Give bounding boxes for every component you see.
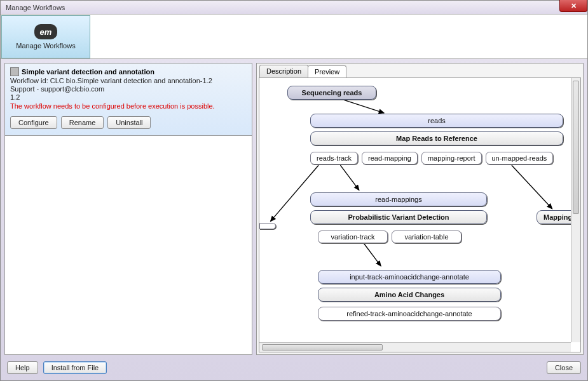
- workflow-icon: em: [34, 24, 57, 39]
- close-icon: ✕: [571, 2, 577, 10]
- vertical-scrollbar[interactable]: [571, 78, 580, 342]
- scrollbar-thumb[interactable]: [262, 344, 383, 351]
- rename-button[interactable]: Rename: [61, 116, 104, 129]
- node-sequencing-reads[interactable]: Sequencing reads: [287, 86, 376, 100]
- close-button[interactable]: Close: [547, 361, 581, 374]
- port-reads-track[interactable]: reads-track: [310, 152, 358, 164]
- diagram-canvas[interactable]: Sequencing reads reads Map Reads to Refe…: [259, 78, 571, 342]
- node-left-partial[interactable]: [259, 223, 276, 229]
- port-unmapped-reads[interactable]: un-mapped-reads: [486, 152, 554, 164]
- node-mapping-side[interactable]: Mapping: [537, 210, 571, 224]
- workflow-card[interactable]: Simple variant detection and annotation …: [5, 64, 252, 136]
- dialog-footer: Help Install from File Close: [1, 355, 587, 380]
- port-variation-track[interactable]: variation-track: [318, 231, 388, 243]
- svg-line-4: [362, 241, 381, 266]
- workflow-id: Workflow id: CLC bio.Simple variant dete…: [10, 77, 247, 84]
- workflow-version: 1.2: [10, 93, 247, 101]
- window-title: Manage Workflows: [6, 4, 65, 11]
- port-mapping-report[interactable]: mapping-report: [421, 152, 482, 164]
- tool-label: Manage Workflows: [16, 42, 75, 50]
- workflow-list-panel: Simple variant detection and annotation …: [4, 63, 252, 355]
- svg-line-1: [340, 165, 359, 190]
- install-from-file-button[interactable]: Install from File: [43, 361, 107, 374]
- horizontal-scrollbar[interactable]: [259, 342, 571, 352]
- workflow-title: Simple variant detection and annotation: [22, 68, 154, 76]
- window-close-button[interactable]: ✕: [559, 0, 587, 12]
- port-variation-table[interactable]: variation-table: [392, 231, 462, 243]
- preview-panel: Description Preview: [256, 63, 584, 355]
- workflow-warning: The workflow needs to be configured befo…: [10, 102, 247, 110]
- svg-line-3: [512, 165, 552, 209]
- toolbar: em Manage Workflows: [1, 15, 587, 59]
- manage-workflows-tool[interactable]: em Manage Workflows: [1, 15, 90, 58]
- workflow-support: Support - support@clcbio.com: [10, 85, 247, 93]
- uninstall-button[interactable]: Uninstall: [107, 116, 151, 129]
- port-reads[interactable]: reads: [310, 114, 563, 128]
- help-button[interactable]: Help: [7, 361, 38, 374]
- port-aac-output[interactable]: refined-track-aminoacidchange-annotate: [318, 307, 501, 321]
- tab-description[interactable]: Description: [259, 65, 308, 77]
- port-read-mappings[interactable]: read-mappings: [310, 192, 487, 206]
- node-aac[interactable]: Amino Acid Changes: [318, 288, 501, 302]
- scrollbar-thumb[interactable]: [573, 81, 579, 214]
- port-aac-input[interactable]: input-track-aminoacidchange-annotate: [318, 270, 501, 284]
- tab-preview[interactable]: Preview: [308, 65, 346, 78]
- node-pvd[interactable]: Probabilistic Variant Detection: [310, 210, 487, 224]
- configure-button[interactable]: Configure: [10, 116, 57, 129]
- port-read-mapping[interactable]: read-mapping: [362, 152, 418, 164]
- workflow-item-icon: [10, 67, 19, 76]
- node-map-reads[interactable]: Map Reads to Reference: [310, 131, 563, 145]
